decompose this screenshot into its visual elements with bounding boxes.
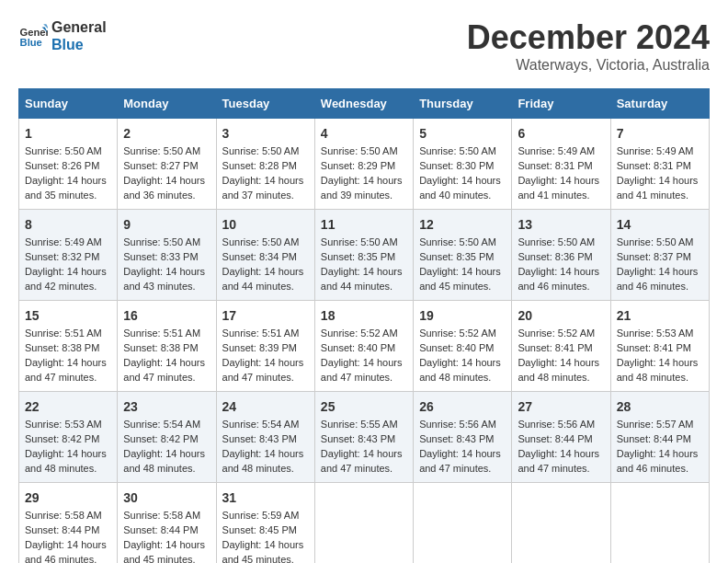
empty-cell bbox=[512, 483, 610, 563]
day-info-line: and 45 minutes. bbox=[222, 553, 309, 563]
empty-cell bbox=[610, 483, 709, 563]
day-info-line: Sunset: 8:31 PM bbox=[617, 159, 703, 174]
day-cell-4: 4Sunrise: 5:50 AMSunset: 8:29 PMDaylight… bbox=[314, 119, 413, 210]
empty-cell bbox=[314, 483, 413, 563]
calendar-title: December 2024 bbox=[467, 18, 710, 57]
calendar-row: 22Sunrise: 5:53 AMSunset: 8:42 PMDayligh… bbox=[19, 392, 710, 483]
day-number: 8 bbox=[25, 215, 111, 234]
day-number: 13 bbox=[518, 215, 604, 234]
day-info-line: Daylight: 14 hours bbox=[123, 538, 210, 553]
day-info-line: Sunrise: 5:55 AM bbox=[321, 418, 407, 432]
day-info-line: Sunrise: 5:57 AM bbox=[617, 418, 703, 432]
day-info-line: and 47 minutes. bbox=[518, 462, 604, 477]
day-info-line: Sunset: 8:27 PM bbox=[123, 159, 210, 174]
day-number: 31 bbox=[222, 488, 309, 507]
day-info-line: Sunset: 8:43 PM bbox=[222, 432, 309, 447]
day-info-line: Sunrise: 5:50 AM bbox=[222, 236, 309, 250]
day-cell-30: 30Sunrise: 5:58 AMSunset: 8:44 PMDayligh… bbox=[118, 483, 216, 563]
day-info-line: Sunset: 8:32 PM bbox=[25, 250, 111, 265]
calendar-subtitle: Waterways, Victoria, Australia bbox=[467, 57, 710, 74]
day-info-line: Daylight: 14 hours bbox=[518, 356, 604, 371]
day-number: 18 bbox=[321, 306, 407, 325]
day-number: 22 bbox=[25, 397, 111, 416]
day-number: 26 bbox=[419, 397, 506, 416]
day-number: 17 bbox=[222, 306, 309, 325]
day-number: 14 bbox=[617, 215, 703, 234]
day-number: 20 bbox=[518, 306, 604, 325]
day-info-line: and 46 minutes. bbox=[617, 280, 703, 294]
day-info-line: Sunset: 8:41 PM bbox=[617, 341, 703, 356]
day-info-line: Sunset: 8:45 PM bbox=[222, 523, 309, 538]
day-info-line: Sunset: 8:33 PM bbox=[123, 250, 210, 265]
day-info-line: and 46 minutes. bbox=[25, 553, 111, 563]
day-number: 3 bbox=[222, 124, 309, 143]
day-info-line: Daylight: 14 hours bbox=[518, 447, 604, 462]
day-cell-15: 15Sunrise: 5:51 AMSunset: 8:38 PMDayligh… bbox=[19, 301, 118, 392]
day-cell-6: 6Sunrise: 5:49 AMSunset: 8:31 PMDaylight… bbox=[512, 119, 610, 210]
day-info-line: and 39 minutes. bbox=[321, 189, 407, 203]
day-cell-25: 25Sunrise: 5:55 AMSunset: 8:43 PMDayligh… bbox=[314, 392, 413, 483]
day-number: 4 bbox=[321, 124, 407, 143]
day-cell-29: 29Sunrise: 5:58 AMSunset: 8:44 PMDayligh… bbox=[19, 483, 118, 563]
day-cell-20: 20Sunrise: 5:52 AMSunset: 8:41 PMDayligh… bbox=[512, 301, 610, 392]
day-cell-27: 27Sunrise: 5:56 AMSunset: 8:44 PMDayligh… bbox=[512, 392, 610, 483]
day-info-line: Daylight: 14 hours bbox=[25, 356, 111, 371]
day-cell-24: 24Sunrise: 5:54 AMSunset: 8:43 PMDayligh… bbox=[216, 392, 314, 483]
day-info-line: Sunrise: 5:53 AM bbox=[617, 327, 703, 341]
day-info-line: and 47 minutes. bbox=[321, 462, 407, 477]
day-cell-28: 28Sunrise: 5:57 AMSunset: 8:44 PMDayligh… bbox=[610, 392, 709, 483]
day-info-line: Daylight: 14 hours bbox=[419, 265, 506, 280]
day-info-line: Sunrise: 5:51 AM bbox=[222, 327, 309, 341]
day-info-line: Sunrise: 5:52 AM bbox=[419, 327, 506, 341]
day-number: 2 bbox=[123, 124, 210, 143]
day-info-line: Sunrise: 5:50 AM bbox=[321, 144, 407, 159]
col-sunday: Sunday bbox=[19, 89, 118, 119]
day-cell-8: 8Sunrise: 5:49 AMSunset: 8:32 PMDaylight… bbox=[19, 210, 118, 301]
day-info-line: Sunrise: 5:50 AM bbox=[518, 236, 604, 250]
day-info-line: Daylight: 14 hours bbox=[222, 538, 309, 553]
calendar-table: Sunday Monday Tuesday Wednesday Thursday… bbox=[18, 88, 710, 563]
day-cell-5: 5Sunrise: 5:50 AMSunset: 8:30 PMDaylight… bbox=[414, 119, 512, 210]
day-cell-19: 19Sunrise: 5:52 AMSunset: 8:40 PMDayligh… bbox=[414, 301, 512, 392]
day-info-line: and 42 minutes. bbox=[25, 280, 111, 294]
day-info-line: Sunrise: 5:50 AM bbox=[25, 144, 111, 159]
day-info-line: Sunrise: 5:49 AM bbox=[617, 144, 703, 159]
day-info-line: and 48 minutes. bbox=[617, 371, 703, 385]
day-info-line: Sunset: 8:38 PM bbox=[123, 341, 210, 356]
day-info-line: and 44 minutes. bbox=[321, 280, 407, 294]
day-info-line: Sunset: 8:44 PM bbox=[123, 523, 210, 538]
day-number: 23 bbox=[123, 397, 210, 416]
day-info-line: Sunrise: 5:56 AM bbox=[518, 418, 604, 432]
day-info-line: and 48 minutes. bbox=[518, 371, 604, 385]
day-info-line: Daylight: 14 hours bbox=[617, 447, 703, 462]
day-info-line: Daylight: 14 hours bbox=[518, 174, 604, 189]
day-info-line: Daylight: 14 hours bbox=[617, 265, 703, 280]
day-info-line: Sunrise: 5:59 AM bbox=[222, 509, 309, 523]
header: General Blue General Blue December 2024 … bbox=[18, 18, 710, 74]
day-info-line: Sunrise: 5:52 AM bbox=[321, 327, 407, 341]
day-info-line: Sunset: 8:30 PM bbox=[419, 159, 506, 174]
col-wednesday: Wednesday bbox=[314, 89, 413, 119]
day-info-line: Sunset: 8:31 PM bbox=[518, 159, 604, 174]
day-info-line: and 48 minutes. bbox=[123, 462, 210, 477]
day-cell-13: 13Sunrise: 5:50 AMSunset: 8:36 PMDayligh… bbox=[512, 210, 610, 301]
day-info-line: Sunrise: 5:50 AM bbox=[222, 144, 309, 159]
day-info-line: and 46 minutes. bbox=[518, 280, 604, 294]
day-number: 5 bbox=[419, 124, 506, 143]
day-cell-2: 2Sunrise: 5:50 AMSunset: 8:27 PMDaylight… bbox=[118, 119, 216, 210]
day-info-line: Daylight: 14 hours bbox=[321, 265, 407, 280]
day-info-line: and 43 minutes. bbox=[123, 280, 210, 294]
day-info-line: Daylight: 14 hours bbox=[25, 265, 111, 280]
title-area: December 2024 Waterways, Victoria, Austr… bbox=[467, 18, 710, 74]
day-info-line: and 47 minutes. bbox=[222, 371, 309, 385]
svg-text:Blue: Blue bbox=[20, 37, 42, 48]
day-info-line: Sunset: 8:43 PM bbox=[419, 432, 506, 447]
day-info-line: and 44 minutes. bbox=[222, 280, 309, 294]
day-info-line: and 46 minutes. bbox=[617, 462, 703, 477]
day-cell-17: 17Sunrise: 5:51 AMSunset: 8:39 PMDayligh… bbox=[216, 301, 314, 392]
day-info-line: and 37 minutes. bbox=[222, 189, 309, 203]
day-info-line: Sunset: 8:28 PM bbox=[222, 159, 309, 174]
day-info-line: Sunset: 8:39 PM bbox=[222, 341, 309, 356]
day-cell-3: 3Sunrise: 5:50 AMSunset: 8:28 PMDaylight… bbox=[216, 119, 314, 210]
day-info-line: Sunrise: 5:52 AM bbox=[518, 327, 604, 341]
